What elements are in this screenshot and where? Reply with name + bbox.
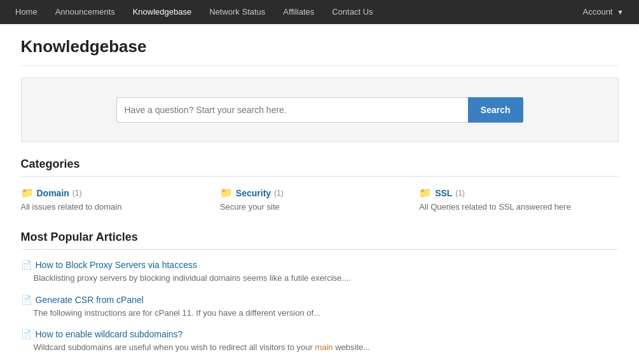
article-excerpt-1: The following instructions are for cPane… bbox=[21, 307, 619, 320]
article-title-0: 📄 How to Block Proxy Servers via htacces… bbox=[21, 260, 619, 270]
article-excerpt-0: Blacklisting proxy servers by blocking i… bbox=[21, 272, 619, 285]
category-desc-domain: All issues related to domain bbox=[21, 201, 207, 213]
category-count-security: (1) bbox=[274, 189, 284, 198]
category-count-domain: (1) bbox=[72, 189, 82, 198]
search-input[interactable] bbox=[116, 97, 468, 123]
article-title-2: 📄 How to enable wildcard subdomains? bbox=[21, 329, 619, 339]
category-link-ssl[interactable]: SSL bbox=[435, 188, 452, 198]
nav-item-contact-us[interactable]: Contact Us bbox=[323, 0, 381, 24]
category-link-security[interactable]: Security bbox=[236, 188, 271, 198]
main-content: Knowledgebase Search Categories 📁 Domain… bbox=[8, 24, 631, 364]
article-item-1: 📄 Generate CSR from cPanel The following… bbox=[21, 295, 619, 320]
article-link-0[interactable]: How to Block Proxy Servers via htaccess bbox=[36, 260, 197, 270]
excerpt-before: Wildcard subdomains are useful when you … bbox=[34, 342, 315, 352]
article-title-1: 📄 Generate CSR from cPanel bbox=[21, 295, 619, 305]
excerpt-link-main[interactable]: main bbox=[315, 342, 333, 352]
search-button[interactable]: Search bbox=[468, 97, 523, 123]
articles-section: Most Popular Articles 📄 How to Block Pro… bbox=[21, 231, 619, 354]
document-icon: 📄 bbox=[21, 295, 32, 305]
search-section: Search bbox=[21, 78, 619, 142]
category-link-domain[interactable]: Domain bbox=[37, 188, 69, 198]
folder-icon: 📁 bbox=[220, 187, 233, 199]
nav-item-home[interactable]: Home bbox=[6, 0, 46, 24]
nav-item-announcements[interactable]: Announcements bbox=[46, 0, 124, 24]
article-link-2[interactable]: How to enable wildcard subdomains? bbox=[36, 329, 183, 339]
nav-left: Home Announcements Knowledgebase Network… bbox=[6, 0, 574, 24]
category-title-domain: 📁 Domain (1) bbox=[21, 187, 207, 199]
article-excerpt-2: Wildcard subdomains are useful when you … bbox=[21, 341, 619, 354]
article-item-2: 📄 How to enable wildcard subdomains? Wil… bbox=[21, 329, 619, 354]
category-count-ssl: (1) bbox=[455, 189, 465, 198]
category-item-ssl: 📁 SSL (1) All Queries related to SSL ans… bbox=[419, 187, 618, 213]
excerpt-after: website... bbox=[333, 342, 371, 352]
title-divider bbox=[21, 65, 619, 66]
document-icon: 📄 bbox=[21, 260, 32, 270]
category-item-domain: 📁 Domain (1) All issues related to domai… bbox=[21, 187, 220, 213]
popular-articles-title: Most Popular Articles bbox=[21, 231, 619, 250]
article-item-0: 📄 How to Block Proxy Servers via htacces… bbox=[21, 260, 619, 285]
category-desc-security: Secure your site bbox=[220, 201, 406, 213]
article-link-1[interactable]: Generate CSR from cPanel bbox=[36, 295, 144, 305]
nav-right: Account ▼ bbox=[574, 0, 633, 24]
category-title-security: 📁 Security (1) bbox=[220, 187, 406, 199]
nav-item-affiliates[interactable]: Affiliates bbox=[274, 0, 323, 24]
categories-grid: 📁 Domain (1) All issues related to domai… bbox=[21, 187, 619, 213]
nav-item-network-status[interactable]: Network Status bbox=[200, 0, 274, 24]
folder-icon: 📁 bbox=[21, 187, 34, 199]
categories-title: Categories bbox=[21, 158, 619, 177]
main-nav: Home Announcements Knowledgebase Network… bbox=[0, 0, 639, 24]
chevron-down-icon: ▼ bbox=[617, 8, 624, 16]
category-item-security: 📁 Security (1) Secure your site bbox=[220, 187, 419, 213]
category-desc-ssl: All Queries related to SSL answered here bbox=[419, 201, 605, 213]
page-title: Knowledgebase bbox=[21, 37, 619, 57]
account-dropdown[interactable]: Account ▼ bbox=[574, 0, 633, 24]
document-icon: 📄 bbox=[21, 329, 32, 339]
folder-icon: 📁 bbox=[419, 187, 432, 199]
search-form: Search bbox=[116, 97, 523, 123]
category-title-ssl: 📁 SSL (1) bbox=[419, 187, 605, 199]
nav-item-knowledgebase[interactable]: Knowledgebase bbox=[124, 0, 201, 24]
